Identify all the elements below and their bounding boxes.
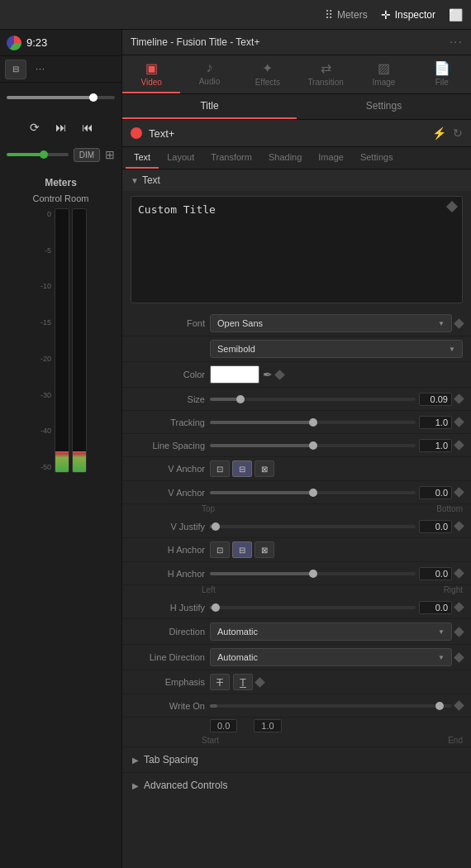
v-justify-value[interactable]: 0.0 — [419, 520, 452, 533]
transport-slider[interactable] — [7, 96, 115, 99]
expand-btn[interactable]: ⊞ — [105, 148, 115, 161]
tab-file[interactable]: 📄 File — [413, 55, 471, 93]
tab-settings[interactable]: Settings — [297, 94, 471, 119]
tab-settings-label: Settings — [366, 100, 402, 112]
direction-dropdown[interactable]: Automatic ▼ — [210, 622, 452, 641]
v-anchor-diamond[interactable] — [454, 487, 464, 498]
subtab-transform[interactable]: Transform — [202, 147, 260, 169]
step-back-btn[interactable]: ⏮ — [79, 119, 96, 136]
h-justify-diamond[interactable] — [454, 602, 464, 613]
h-justify-value[interactable]: 0.0 — [419, 601, 452, 614]
plugin-enable-btn[interactable] — [131, 127, 142, 139]
loop-btn[interactable]: ⟳ — [26, 119, 43, 136]
tracking-value[interactable]: 1.0 — [419, 416, 452, 429]
subtab-text[interactable]: Text — [126, 147, 159, 169]
plugin-history-icon[interactable]: ↻ — [453, 126, 463, 140]
write-on-fill — [210, 704, 217, 708]
inspector-button[interactable]: ✛ Inspector — [381, 8, 435, 21]
emphasis-label: Emphasis — [131, 677, 205, 687]
line-spacing-row: Line Spacing 1.0 — [122, 434, 471, 457]
tab-image[interactable]: ▨ Image — [354, 55, 412, 93]
line-direction-dropdown[interactable]: Automatic ▼ — [210, 648, 452, 666]
line-spacing-fill — [210, 444, 313, 447]
strikethrough-btn[interactable]: T — [210, 674, 230, 690]
tab-spacing-section[interactable]: ▶ Tab Spacing — [122, 746, 471, 772]
line-spacing-diamond[interactable] — [454, 440, 464, 451]
direction-diamond[interactable] — [454, 627, 464, 637]
text-input[interactable]: Custom Title — [131, 196, 463, 303]
tab-audio[interactable]: ♪ Audio — [180, 55, 238, 93]
meter-bars — [55, 208, 87, 473]
font-label: Font — [131, 318, 205, 328]
direction-content: Automatic ▼ — [210, 622, 463, 641]
time-wheel-icon — [7, 36, 21, 50]
subtab-shading[interactable]: Shading — [260, 147, 310, 169]
text-section-header[interactable]: ▼ Text — [122, 169, 471, 191]
line-direction-value: Automatic — [217, 652, 258, 662]
write-on-diamond[interactable] — [454, 700, 464, 711]
write-on-label: Write On — [131, 701, 205, 711]
plugin-wand-icon[interactable]: ⚡ — [432, 126, 446, 140]
file-icon: 📄 — [434, 60, 450, 76]
tracking-diamond[interactable] — [454, 417, 464, 427]
tracking-slider[interactable] — [210, 421, 416, 424]
v-anchor-btn-label: V Anchor — [131, 464, 205, 474]
v-justify-slider[interactable] — [210, 525, 416, 528]
toolbar-more-btn[interactable]: ··· — [30, 60, 51, 79]
meters-button[interactable]: ⠿ Meters — [325, 8, 368, 21]
tab-video[interactable]: ▣ Video — [122, 55, 180, 93]
h-anchor-diamond[interactable] — [454, 568, 464, 579]
line-spacing-slider[interactable] — [210, 444, 416, 447]
tab-title[interactable]: Title — [122, 94, 297, 119]
underline-btn[interactable]: T — [233, 674, 253, 690]
color-diamond[interactable] — [274, 370, 285, 380]
monitor-icon-btn[interactable]: ⬜ — [449, 8, 463, 21]
step-forward-btn[interactable]: ⏭ — [53, 119, 69, 136]
v-justify-diamond[interactable] — [454, 521, 464, 532]
panel-more-btn[interactable]: ··· — [450, 35, 463, 50]
meters-label: Meters — [337, 9, 368, 21]
tracking-slider-thumb — [309, 418, 317, 427]
volume-slider[interactable] — [7, 153, 69, 156]
toolbar-btn-1[interactable]: ⊟ — [5, 60, 26, 79]
tab-effects[interactable]: ✦ Effects — [239, 55, 297, 93]
size-diamond[interactable] — [454, 393, 464, 404]
subtab-image[interactable]: Image — [310, 147, 352, 169]
size-value[interactable]: 0.09 — [419, 393, 452, 406]
v-anchor-slider[interactable] — [210, 491, 416, 494]
h-anchor-btn-left[interactable]: ⊡ — [210, 541, 230, 558]
h-anchor-btn-mid[interactable]: ⊟ — [232, 541, 252, 558]
h-anchor-btn-right[interactable]: ⊠ — [255, 541, 274, 558]
size-slider-thumb — [236, 395, 245, 403]
tab-transition[interactable]: ⇄ Transition — [297, 55, 354, 93]
v-anchor-btn-top[interactable]: ⊡ — [210, 460, 230, 477]
v-anchor-btn-mid[interactable]: ⊟ — [232, 460, 252, 477]
v-anchor-value[interactable]: 0.0 — [419, 486, 452, 499]
h-justify-row: H Justify 0.0 — [122, 596, 471, 619]
color-swatch[interactable] — [210, 365, 259, 384]
write-on-thumb — [435, 702, 444, 710]
h-anchor-slider[interactable] — [210, 572, 416, 575]
h-anchor-btn-content: ⊡ ⊟ ⊠ — [210, 541, 463, 558]
write-on-slider[interactable] — [210, 704, 452, 708]
size-row: Size 0.09 — [122, 388, 471, 411]
advanced-controls-section[interactable]: ▶ Advanced Controls — [122, 772, 471, 798]
font-dropdown-arrow: ▼ — [438, 320, 445, 327]
v-anchor-btn-bot[interactable]: ⊠ — [255, 460, 274, 477]
meter-scale: 0 -5 -10 -15 -20 -30 -40 -50 — [35, 208, 51, 473]
subtab-layout[interactable]: Layout — [159, 147, 202, 169]
eyedropper-icon[interactable]: ✒ — [263, 368, 273, 381]
font-dropdown[interactable]: Open Sans ▼ — [210, 314, 452, 332]
size-slider[interactable] — [210, 398, 416, 401]
font-diamond[interactable] — [454, 318, 464, 329]
write-on-row: Write On — [122, 694, 471, 718]
video-icon: ▣ — [145, 60, 158, 76]
line-spacing-value[interactable]: 1.0 — [419, 439, 452, 452]
font-style-dropdown[interactable]: Semibold ▼ — [210, 340, 463, 358]
subtab-settings[interactable]: Settings — [352, 147, 402, 169]
line-direction-diamond[interactable] — [454, 652, 464, 663]
emphasis-diamond[interactable] — [255, 677, 265, 688]
h-justify-slider[interactable] — [210, 606, 416, 609]
h-anchor-value[interactable]: 0.0 — [419, 567, 452, 580]
dim-button[interactable]: DIM — [74, 148, 100, 162]
